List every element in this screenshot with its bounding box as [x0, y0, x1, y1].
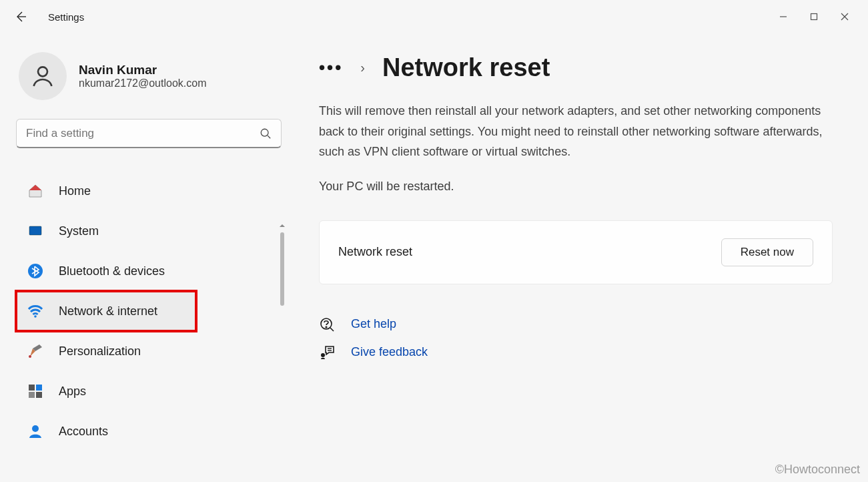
svg-point-16 [32, 425, 39, 432]
sidebar-item-label: Bluetooth & devices [59, 264, 165, 278]
svg-point-20 [321, 353, 325, 357]
system-icon [27, 222, 44, 240]
accounts-icon [27, 423, 44, 440]
get-help-link[interactable]: Get help [351, 317, 396, 331]
svg-point-18 [326, 326, 327, 328]
sidebar-item-network[interactable]: Network & internet [16, 291, 196, 331]
sidebar-item-label: System [59, 224, 99, 238]
reset-now-button[interactable]: Reset now [721, 238, 813, 266]
wifi-icon [27, 302, 44, 320]
personalization-icon [27, 342, 44, 360]
close-button[interactable] [829, 5, 860, 28]
minimize-button[interactable] [768, 5, 799, 28]
card-label: Network reset [338, 245, 412, 259]
profile-name: Navin Kumar [79, 63, 206, 77]
back-button[interactable] [8, 4, 33, 29]
breadcrumb: ••• › Network reset [319, 53, 848, 82]
sidebar-item-label: Home [59, 184, 91, 198]
sidebar-item-personalization[interactable]: Personalization [16, 331, 282, 371]
page-description: This will remove then reinstall all your… [319, 101, 833, 162]
restart-note: Your PC will be restarted. [319, 180, 848, 194]
feedback-link-row: Give feedback [319, 344, 848, 360]
sidebar-item-bluetooth[interactable]: Bluetooth & devices [16, 251, 282, 291]
feedback-icon [319, 344, 335, 360]
svg-point-5 [261, 129, 268, 136]
maximize-button[interactable] [799, 5, 829, 28]
give-feedback-link[interactable]: Give feedback [351, 345, 428, 359]
window-controls [768, 5, 860, 28]
svg-line-6 [268, 136, 270, 138]
search-box[interactable] [16, 119, 282, 148]
title-bar: Settings [0, 0, 868, 33]
svg-rect-14 [29, 392, 35, 398]
help-link-row: Get help [319, 316, 848, 332]
svg-point-9 [28, 264, 43, 278]
network-reset-card: Network reset Reset now [319, 220, 833, 284]
search-icon [260, 128, 272, 140]
svg-line-19 [330, 328, 334, 331]
svg-rect-7 [29, 226, 41, 235]
svg-point-10 [34, 315, 37, 318]
avatar [19, 52, 67, 100]
apps-icon [27, 383, 44, 400]
sidebar-item-label: Accounts [59, 425, 108, 439]
bluetooth-icon [27, 262, 44, 280]
help-icon [319, 316, 335, 332]
chevron-right-icon: › [360, 60, 365, 75]
search-input[interactable] [26, 127, 260, 140]
sidebar-item-system[interactable]: System [16, 211, 282, 251]
svg-point-11 [29, 355, 31, 358]
svg-point-4 [38, 67, 47, 76]
main-content: ••• › Network reset This will remove the… [287, 33, 868, 482]
sidebar-item-label: Network & internet [59, 304, 157, 318]
sidebar-item-apps[interactable]: Apps [16, 371, 282, 411]
home-icon [27, 182, 44, 200]
profile-email: nkumar2172@outlook.com [79, 77, 206, 89]
svg-rect-13 [36, 385, 42, 391]
nav-list: Home System Bluetooth & devices Network … [16, 171, 287, 451]
page-title: Network reset [382, 53, 550, 82]
scrollbar-up-arrow[interactable] [278, 222, 286, 230]
svg-rect-1 [811, 14, 817, 20]
sidebar-item-home[interactable]: Home [16, 171, 282, 211]
scrollbar-thumb[interactable] [280, 232, 284, 306]
sidebar-item-label: Personalization [59, 344, 141, 358]
app-title: Settings [48, 11, 84, 23]
breadcrumb-overflow-button[interactable]: ••• [319, 57, 343, 78]
svg-rect-15 [36, 392, 42, 398]
sidebar: Navin Kumar nkumar2172@outlook.com Home … [0, 33, 287, 482]
sidebar-item-label: Apps [59, 385, 86, 399]
sidebar-item-accounts[interactable]: Accounts [16, 411, 282, 451]
svg-rect-12 [29, 385, 35, 391]
profile-block[interactable]: Navin Kumar nkumar2172@outlook.com [16, 52, 287, 100]
